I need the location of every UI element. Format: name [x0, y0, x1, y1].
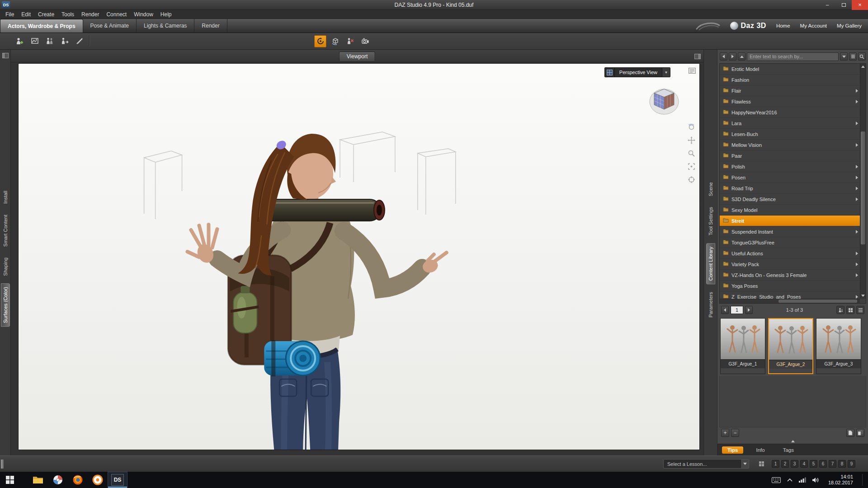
- right-dock-tab[interactable]: Tool Settings: [707, 204, 715, 239]
- tray-expand-icon[interactable]: [787, 478, 793, 482]
- folder-item[interactable]: Polish: [720, 161, 860, 172]
- horizontal-scroll-thumb[interactable]: [778, 300, 857, 303]
- folder-item[interactable]: Z_Exercise_Studio_and_Poses: [720, 291, 860, 299]
- network-icon[interactable]: [799, 477, 806, 483]
- expand-arrow-icon[interactable]: [856, 89, 858, 93]
- search-go-icon[interactable]: [858, 52, 866, 61]
- zoom-icon[interactable]: [687, 149, 696, 158]
- folder-item[interactable]: S3D Deadly Silence: [720, 194, 860, 205]
- list-view-icon[interactable]: [856, 306, 864, 314]
- scene-navigator-icon[interactable]: [314, 35, 326, 47]
- folder-item[interactable]: Road Trip: [720, 183, 860, 194]
- pane-menu-icon[interactable]: [2, 52, 9, 60]
- photo-app-icon[interactable]: [48, 472, 68, 488]
- expand-arrow-icon[interactable]: [856, 295, 858, 299]
- folder-item[interactable]: Posen: [720, 172, 860, 183]
- new-primitive-icon[interactable]: [28, 35, 41, 47]
- folder-item[interactable]: Flawless: [720, 96, 860, 107]
- tree-horizontal-scrollbar[interactable]: [720, 299, 860, 303]
- folder-item[interactable]: Lesen-Buch: [720, 129, 860, 140]
- lesson-dropdown-icon[interactable]: [741, 460, 749, 468]
- zoom-out-button[interactable]: −: [731, 429, 739, 437]
- show-desktop-button[interactable]: [862, 474, 864, 486]
- folder-item[interactable]: VZ-Hands On - Genesis 3 Female: [720, 270, 860, 281]
- vertical-scroll-thumb[interactable]: [861, 131, 865, 244]
- add-figure-icon[interactable]: [14, 35, 26, 47]
- menu-item[interactable]: Create: [34, 10, 58, 19]
- folder-item[interactable]: Erotic Model: [720, 64, 860, 75]
- measure-tool-icon[interactable]: [73, 35, 85, 47]
- folder-item[interactable]: Lara: [720, 118, 860, 129]
- sort-icon[interactable]: [836, 306, 844, 314]
- menu-item[interactable]: File: [2, 10, 18, 19]
- lesson-page-button[interactable]: 1: [772, 460, 779, 468]
- menu-item[interactable]: Render: [78, 10, 103, 19]
- daz-studio-taskbar-icon[interactable]: DS: [108, 472, 127, 488]
- folder-item[interactable]: Paar: [720, 150, 860, 161]
- right-dock-tab[interactable]: Scene: [707, 179, 715, 199]
- expand-arrow-icon[interactable]: [856, 230, 858, 234]
- lesson-grid-icon[interactable]: [757, 460, 765, 468]
- folder-item[interactable]: Useful Actions: [720, 248, 860, 259]
- footer-tab[interactable]: Tips: [722, 446, 743, 454]
- volume-icon[interactable]: [812, 477, 819, 483]
- copy-page-icon[interactable]: [856, 429, 864, 437]
- tree-vertical-scrollbar[interactable]: [860, 64, 866, 299]
- folder-item[interactable]: HappyNewYear2016: [720, 107, 860, 118]
- nav-link[interactable]: My Gallery: [837, 23, 862, 28]
- nav-link[interactable]: My Account: [800, 23, 827, 28]
- expand-arrow-icon[interactable]: [856, 197, 858, 201]
- left-dock-tab[interactable]: Surfaces (Color): [1, 283, 10, 327]
- zoom-in-button[interactable]: +: [721, 429, 729, 437]
- new-page-icon[interactable]: [846, 429, 854, 437]
- pose-pair-icon[interactable]: [58, 35, 71, 47]
- left-dock-tab[interactable]: Smart Content: [1, 211, 9, 250]
- view-selector-dropdown-icon[interactable]: ▼: [662, 68, 670, 77]
- lesson-page-button[interactable]: 2: [781, 460, 789, 468]
- menu-item[interactable]: Tools: [58, 10, 78, 19]
- lesson-page-button[interactable]: 4: [800, 460, 808, 468]
- history-back-icon[interactable]: [720, 52, 727, 61]
- frame-icon[interactable]: [687, 162, 696, 171]
- nav-link[interactable]: Home: [776, 23, 790, 28]
- lesson-page-button[interactable]: 9: [848, 460, 855, 468]
- folder-item[interactable]: Streit: [720, 216, 860, 226]
- history-forward-icon[interactable]: [729, 52, 736, 61]
- maximize-button[interactable]: [835, 0, 852, 10]
- expand-arrow-icon[interactable]: [856, 143, 858, 147]
- activity-tab[interactable]: Render: [194, 19, 227, 33]
- lesson-page-button[interactable]: 6: [819, 460, 827, 468]
- right-dock-tab[interactable]: Parameters: [707, 289, 715, 321]
- panel-collapse-handle[interactable]: [717, 438, 868, 444]
- menu-item[interactable]: Edit: [18, 10, 34, 19]
- expand-arrow-icon[interactable]: [856, 252, 858, 255]
- rotate-tool-icon[interactable]: [329, 35, 341, 47]
- firefox-icon[interactable]: [68, 472, 88, 488]
- joint-editor-icon[interactable]: [344, 35, 356, 47]
- folder-item[interactable]: Fashion: [720, 75, 860, 85]
- expand-arrow-icon[interactable]: [856, 100, 858, 103]
- orbit-icon[interactable]: [687, 122, 696, 131]
- asset-thumbnail[interactable]: G3F_Argue_2: [768, 318, 813, 374]
- wardrobe-figures-icon[interactable]: [43, 35, 56, 47]
- taskbar-clock[interactable]: 14:01 18.02.2017: [826, 474, 853, 486]
- lesson-page-button[interactable]: 5: [810, 460, 817, 468]
- lesson-select[interactable]: Select a Lesson...: [663, 459, 749, 469]
- minimize-button[interactable]: –: [819, 0, 835, 10]
- close-button[interactable]: ×: [852, 0, 868, 10]
- aim-icon[interactable]: [687, 175, 696, 184]
- expand-arrow-icon[interactable]: [856, 187, 858, 190]
- asset-thumbnail[interactable]: G3F_Argue_1: [720, 318, 765, 374]
- folder-item[interactable]: TongueG3PlusFree: [720, 237, 860, 248]
- viewport-pane-menu-icon[interactable]: [694, 53, 701, 61]
- install-manager-icon[interactable]: [88, 472, 108, 488]
- scroll-up-icon[interactable]: [860, 64, 866, 70]
- menu-item[interactable]: Connect: [103, 10, 130, 19]
- footer-tab[interactable]: Info: [750, 446, 770, 454]
- viewport-canvas[interactable]: Perspective View ▼: [18, 63, 700, 450]
- keyboard-icon[interactable]: [772, 477, 781, 483]
- footer-tab[interactable]: Tags: [778, 446, 799, 454]
- page-number-input[interactable]: [731, 306, 743, 314]
- daz3d-logo[interactable]: Daz 3D: [730, 22, 766, 30]
- folder-up-icon[interactable]: [738, 52, 745, 61]
